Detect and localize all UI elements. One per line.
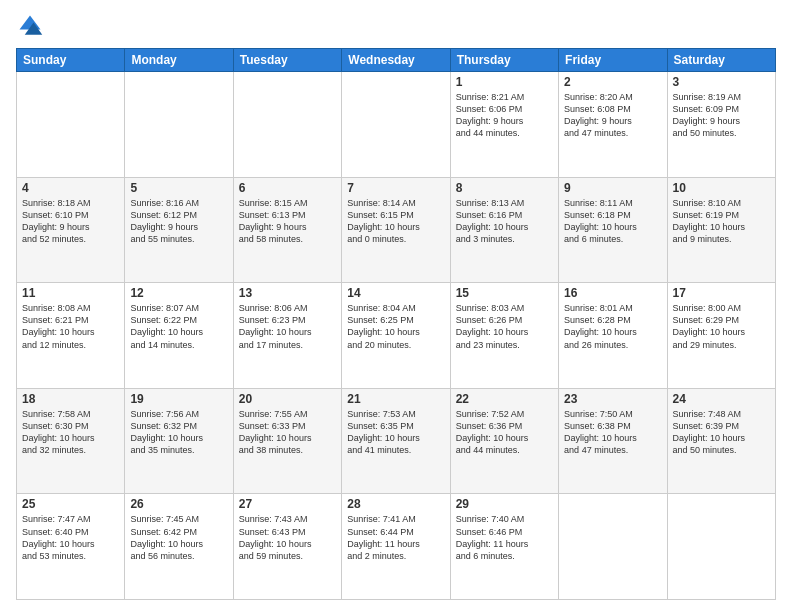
calendar-cell: 28Sunrise: 7:41 AM Sunset: 6:44 PM Dayli… [342,494,450,600]
day-number: 12 [130,286,227,300]
day-info: Sunrise: 8:04 AM Sunset: 6:25 PM Dayligh… [347,302,444,351]
calendar-cell: 18Sunrise: 7:58 AM Sunset: 6:30 PM Dayli… [17,388,125,494]
calendar-cell: 3Sunrise: 8:19 AM Sunset: 6:09 PM Daylig… [667,72,775,178]
day-number: 23 [564,392,661,406]
calendar-cell: 23Sunrise: 7:50 AM Sunset: 6:38 PM Dayli… [559,388,667,494]
page: SundayMondayTuesdayWednesdayThursdayFrid… [0,0,792,612]
day-number: 9 [564,181,661,195]
calendar-cell [233,72,341,178]
calendar-cell: 11Sunrise: 8:08 AM Sunset: 6:21 PM Dayli… [17,283,125,389]
calendar-cell: 17Sunrise: 8:00 AM Sunset: 6:29 PM Dayli… [667,283,775,389]
calendar-cell: 8Sunrise: 8:13 AM Sunset: 6:16 PM Daylig… [450,177,558,283]
calendar-cell: 15Sunrise: 8:03 AM Sunset: 6:26 PM Dayli… [450,283,558,389]
day-number: 4 [22,181,119,195]
day-info: Sunrise: 7:55 AM Sunset: 6:33 PM Dayligh… [239,408,336,457]
day-number: 13 [239,286,336,300]
calendar-table: SundayMondayTuesdayWednesdayThursdayFrid… [16,48,776,600]
day-number: 25 [22,497,119,511]
calendar-cell: 25Sunrise: 7:47 AM Sunset: 6:40 PM Dayli… [17,494,125,600]
day-info: Sunrise: 8:19 AM Sunset: 6:09 PM Dayligh… [673,91,770,140]
day-number: 7 [347,181,444,195]
day-info: Sunrise: 8:03 AM Sunset: 6:26 PM Dayligh… [456,302,553,351]
calendar-week-4: 25Sunrise: 7:47 AM Sunset: 6:40 PM Dayli… [17,494,776,600]
day-number: 16 [564,286,661,300]
col-header-monday: Monday [125,49,233,72]
day-number: 2 [564,75,661,89]
calendar-week-0: 1Sunrise: 8:21 AM Sunset: 6:06 PM Daylig… [17,72,776,178]
day-number: 1 [456,75,553,89]
day-number: 19 [130,392,227,406]
calendar-cell: 10Sunrise: 8:10 AM Sunset: 6:19 PM Dayli… [667,177,775,283]
logo [16,12,48,40]
day-number: 18 [22,392,119,406]
day-info: Sunrise: 8:01 AM Sunset: 6:28 PM Dayligh… [564,302,661,351]
calendar-cell: 21Sunrise: 7:53 AM Sunset: 6:35 PM Dayli… [342,388,450,494]
day-info: Sunrise: 8:21 AM Sunset: 6:06 PM Dayligh… [456,91,553,140]
calendar-cell: 29Sunrise: 7:40 AM Sunset: 6:46 PM Dayli… [450,494,558,600]
calendar-cell: 16Sunrise: 8:01 AM Sunset: 6:28 PM Dayli… [559,283,667,389]
calendar-cell: 9Sunrise: 8:11 AM Sunset: 6:18 PM Daylig… [559,177,667,283]
calendar-cell: 2Sunrise: 8:20 AM Sunset: 6:08 PM Daylig… [559,72,667,178]
day-number: 3 [673,75,770,89]
day-number: 5 [130,181,227,195]
logo-icon [16,12,44,40]
day-info: Sunrise: 7:53 AM Sunset: 6:35 PM Dayligh… [347,408,444,457]
calendar-cell: 13Sunrise: 8:06 AM Sunset: 6:23 PM Dayli… [233,283,341,389]
day-info: Sunrise: 8:07 AM Sunset: 6:22 PM Dayligh… [130,302,227,351]
day-number: 22 [456,392,553,406]
calendar-cell: 24Sunrise: 7:48 AM Sunset: 6:39 PM Dayli… [667,388,775,494]
calendar-cell [667,494,775,600]
day-number: 26 [130,497,227,511]
col-header-tuesday: Tuesday [233,49,341,72]
calendar-cell [17,72,125,178]
day-info: Sunrise: 8:13 AM Sunset: 6:16 PM Dayligh… [456,197,553,246]
day-number: 15 [456,286,553,300]
calendar-cell: 5Sunrise: 8:16 AM Sunset: 6:12 PM Daylig… [125,177,233,283]
calendar-cell [559,494,667,600]
day-info: Sunrise: 7:58 AM Sunset: 6:30 PM Dayligh… [22,408,119,457]
col-header-wednesday: Wednesday [342,49,450,72]
calendar-week-2: 11Sunrise: 8:08 AM Sunset: 6:21 PM Dayli… [17,283,776,389]
calendar-header-row: SundayMondayTuesdayWednesdayThursdayFrid… [17,49,776,72]
day-info: Sunrise: 8:18 AM Sunset: 6:10 PM Dayligh… [22,197,119,246]
day-info: Sunrise: 7:45 AM Sunset: 6:42 PM Dayligh… [130,513,227,562]
day-number: 11 [22,286,119,300]
day-info: Sunrise: 8:16 AM Sunset: 6:12 PM Dayligh… [130,197,227,246]
day-number: 21 [347,392,444,406]
day-info: Sunrise: 8:20 AM Sunset: 6:08 PM Dayligh… [564,91,661,140]
calendar-cell: 27Sunrise: 7:43 AM Sunset: 6:43 PM Dayli… [233,494,341,600]
col-header-friday: Friday [559,49,667,72]
calendar-cell: 7Sunrise: 8:14 AM Sunset: 6:15 PM Daylig… [342,177,450,283]
calendar-week-1: 4Sunrise: 8:18 AM Sunset: 6:10 PM Daylig… [17,177,776,283]
day-number: 17 [673,286,770,300]
day-number: 8 [456,181,553,195]
calendar-cell: 14Sunrise: 8:04 AM Sunset: 6:25 PM Dayli… [342,283,450,389]
day-info: Sunrise: 8:08 AM Sunset: 6:21 PM Dayligh… [22,302,119,351]
col-header-thursday: Thursday [450,49,558,72]
day-info: Sunrise: 8:10 AM Sunset: 6:19 PM Dayligh… [673,197,770,246]
day-number: 27 [239,497,336,511]
day-info: Sunrise: 7:48 AM Sunset: 6:39 PM Dayligh… [673,408,770,457]
calendar-cell: 22Sunrise: 7:52 AM Sunset: 6:36 PM Dayli… [450,388,558,494]
col-header-saturday: Saturday [667,49,775,72]
col-header-sunday: Sunday [17,49,125,72]
day-number: 24 [673,392,770,406]
calendar-cell: 20Sunrise: 7:55 AM Sunset: 6:33 PM Dayli… [233,388,341,494]
day-info: Sunrise: 8:15 AM Sunset: 6:13 PM Dayligh… [239,197,336,246]
calendar-cell: 26Sunrise: 7:45 AM Sunset: 6:42 PM Dayli… [125,494,233,600]
day-info: Sunrise: 8:14 AM Sunset: 6:15 PM Dayligh… [347,197,444,246]
day-info: Sunrise: 8:00 AM Sunset: 6:29 PM Dayligh… [673,302,770,351]
calendar-cell: 4Sunrise: 8:18 AM Sunset: 6:10 PM Daylig… [17,177,125,283]
day-info: Sunrise: 7:52 AM Sunset: 6:36 PM Dayligh… [456,408,553,457]
day-number: 6 [239,181,336,195]
day-info: Sunrise: 7:56 AM Sunset: 6:32 PM Dayligh… [130,408,227,457]
calendar-week-3: 18Sunrise: 7:58 AM Sunset: 6:30 PM Dayli… [17,388,776,494]
day-number: 10 [673,181,770,195]
day-info: Sunrise: 8:11 AM Sunset: 6:18 PM Dayligh… [564,197,661,246]
calendar-cell [125,72,233,178]
header [16,12,776,40]
calendar-cell: 1Sunrise: 8:21 AM Sunset: 6:06 PM Daylig… [450,72,558,178]
calendar-cell: 19Sunrise: 7:56 AM Sunset: 6:32 PM Dayli… [125,388,233,494]
day-info: Sunrise: 7:41 AM Sunset: 6:44 PM Dayligh… [347,513,444,562]
day-number: 28 [347,497,444,511]
